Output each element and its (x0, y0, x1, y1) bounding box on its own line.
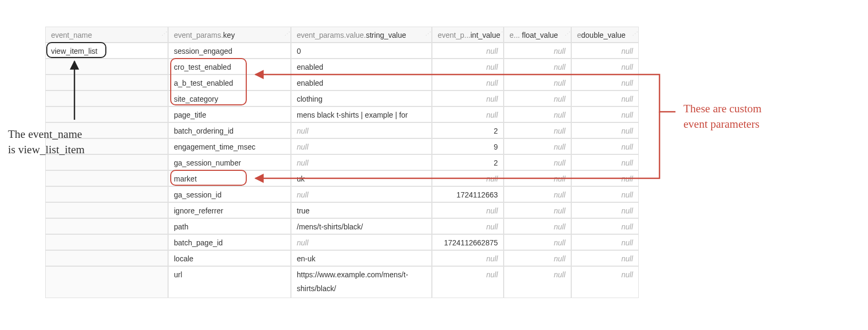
table-cell[interactable]: null (504, 43, 571, 59)
table-cell[interactable]: null (504, 59, 571, 75)
table-cell[interactable]: null (432, 250, 504, 266)
table-cell[interactable]: null (571, 90, 639, 106)
table-cell[interactable]: null (571, 186, 639, 202)
table-cell[interactable]: null (504, 122, 571, 138)
table-cell[interactable]: null (504, 106, 571, 122)
table-cell[interactable]: null (571, 250, 639, 266)
table-cell[interactable]: null (504, 202, 571, 218)
table-cell[interactable]: url (168, 266, 291, 298)
header-float-value[interactable]: e... float_value ⋰ (504, 27, 571, 43)
column-event-name: event_name ⋰ view_item_list (45, 27, 168, 298)
table-cell[interactable]: 2 (432, 154, 504, 170)
resize-handle-icon[interactable]: ⋰ (425, 27, 430, 42)
header-int-value[interactable]: event_p...int_value ⋰ (432, 27, 504, 43)
data-table: event_name ⋰ view_item_list event_params… (45, 27, 868, 298)
table-cell[interactable]: batch_page_id (168, 234, 291, 250)
table-cell[interactable]: true (291, 202, 432, 218)
table-cell[interactable]: null (504, 218, 571, 234)
header-double-value[interactable]: edouble_value ⋰ (571, 27, 639, 43)
table-cell[interactable]: null (571, 122, 639, 138)
table-cell[interactable]: page_title (168, 106, 291, 122)
table-cell[interactable]: locale (168, 250, 291, 266)
table-cell[interactable]: ignore_referrer (168, 202, 291, 218)
table-cell[interactable]: null (504, 90, 571, 106)
table-cell[interactable]: en-uk (291, 250, 432, 266)
header-string-value[interactable]: event_params.value.string_value ⋰ (291, 27, 432, 43)
table-cell[interactable]: null (504, 138, 571, 154)
table-cell[interactable]: path (168, 218, 291, 234)
table-cell[interactable]: null (432, 266, 504, 298)
table-cell[interactable]: 1724112662875 (432, 234, 504, 250)
table-cell[interactable]: null (571, 234, 639, 250)
table-cell[interactable]: null (571, 202, 639, 218)
table-cell[interactable]: null (504, 154, 571, 170)
table-cell[interactable]: 9 (432, 138, 504, 154)
table-cell[interactable]: null (432, 218, 504, 234)
table-cell[interactable]: null (571, 59, 639, 75)
table-cell[interactable]: null (504, 266, 571, 298)
table-cell[interactable]: 1724112663 (432, 186, 504, 202)
empty-cell (45, 59, 168, 75)
table-cell[interactable]: site_category (168, 90, 291, 106)
table-cell[interactable]: null (432, 170, 504, 186)
table-cell[interactable]: null (432, 43, 504, 59)
header-bold: float_value (522, 31, 558, 39)
resize-handle-icon[interactable]: ⋰ (162, 27, 166, 42)
resize-handle-icon[interactable]: ⋰ (285, 27, 289, 42)
cell-event-name[interactable]: view_item_list (45, 43, 168, 59)
header-event-name[interactable]: event_name ⋰ (45, 27, 168, 43)
table-cell[interactable]: mens black t-shirts | example | for (291, 106, 432, 122)
table-cell[interactable]: null (504, 234, 571, 250)
table-cell[interactable]: null (291, 138, 432, 154)
table-cell[interactable]: 2 (432, 122, 504, 138)
table-cell[interactable]: null (432, 202, 504, 218)
table-cell[interactable]: null (571, 266, 639, 298)
table-cell[interactable]: null (571, 138, 639, 154)
header-bold: string_value (366, 31, 406, 39)
table-cell[interactable]: null (432, 75, 504, 90)
table-cell[interactable]: null (571, 154, 639, 170)
table-cell[interactable]: a_b_test_enabled (168, 75, 291, 90)
table-cell[interactable]: null (432, 59, 504, 75)
table-cell[interactable]: null (504, 250, 571, 266)
table-cell[interactable]: engagement_time_msec (168, 138, 291, 154)
column-key: event_params.key ⋰ session_engagedcro_te… (168, 27, 291, 298)
annotation-left: The event_name is view_list_item (8, 127, 85, 158)
table-cell[interactable]: cro_test_enabled (168, 59, 291, 75)
header-key[interactable]: event_params.key ⋰ (168, 27, 291, 43)
table-cell[interactable]: clothing (291, 90, 432, 106)
table-cell[interactable]: null (571, 75, 639, 90)
table-cell[interactable]: batch_ordering_id (168, 122, 291, 138)
header-bold: key (223, 31, 235, 39)
table-cell[interactable]: 0 (291, 43, 432, 59)
table-cell[interactable]: null (571, 43, 639, 59)
table-cell[interactable]: null (571, 218, 639, 234)
table-cell[interactable]: null (291, 154, 432, 170)
table-cell[interactable]: https://www.example.com/mens/t-shirts/bl… (291, 266, 432, 298)
table-cell[interactable]: market (168, 170, 291, 186)
table-cell[interactable]: enabled (291, 75, 432, 90)
table-cell[interactable]: null (504, 170, 571, 186)
header-prefix: event_params.value. (297, 31, 366, 39)
table-cell[interactable]: ga_session_number (168, 154, 291, 170)
table-cell[interactable]: ga_session_id (168, 186, 291, 202)
table-cell[interactable]: /mens/t-shirts/black/ (291, 218, 432, 234)
resize-handle-icon[interactable]: ⋰ (497, 27, 502, 42)
table-cell[interactable]: null (291, 186, 432, 202)
table-cell[interactable]: null (504, 186, 571, 202)
empty-cell (45, 186, 168, 202)
resize-handle-icon[interactable]: ⋰ (565, 27, 570, 42)
table-cell[interactable]: enabled (291, 59, 432, 75)
table-cell[interactable]: null (432, 90, 504, 106)
table-cell[interactable]: null (571, 170, 639, 186)
annotation-right: These are custom event parameters (683, 101, 762, 133)
table-cell[interactable]: uk (291, 170, 432, 186)
empty-cell (45, 90, 168, 106)
table-cell[interactable]: null (291, 234, 432, 250)
resize-handle-icon[interactable]: ⋰ (632, 27, 637, 42)
table-cell[interactable]: session_engaged (168, 43, 291, 59)
table-cell[interactable]: null (504, 75, 571, 90)
table-cell[interactable]: null (432, 106, 504, 122)
table-cell[interactable]: null (571, 106, 639, 122)
table-cell[interactable]: null (291, 122, 432, 138)
